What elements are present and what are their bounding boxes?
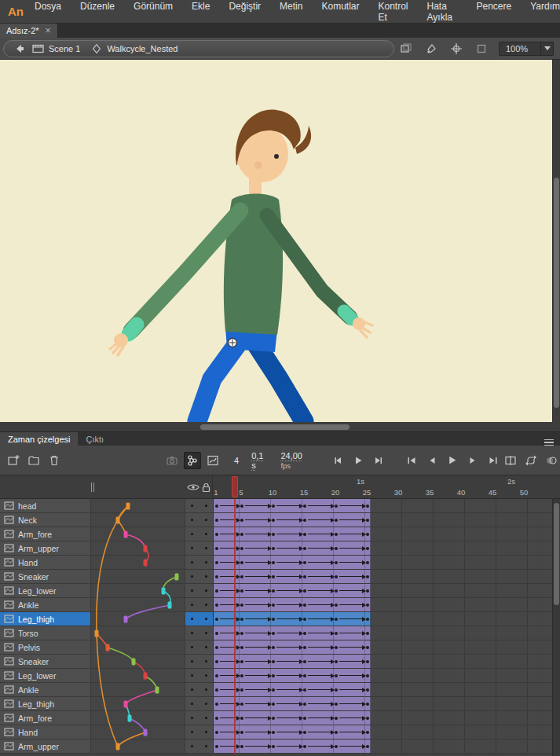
onion-skin-button[interactable] (543, 452, 560, 469)
keyframe-dot[interactable] (272, 618, 275, 621)
keyframe-dot[interactable] (335, 533, 338, 536)
keyframe-dot[interactable] (272, 660, 275, 663)
visibility-dot[interactable] (185, 556, 199, 569)
keyframe-dot[interactable] (215, 717, 218, 720)
graph-editor-button[interactable] (204, 452, 221, 469)
layer-name-cell[interactable]: Arm_upper (0, 541, 90, 556)
step-back-button[interactable] (329, 452, 346, 469)
keyframe-dot[interactable] (366, 547, 369, 550)
keyframe-dot[interactable] (272, 731, 275, 734)
visibility-dot[interactable] (185, 640, 199, 654)
keyframe-dot[interactable] (215, 575, 218, 578)
keyframe-dot[interactable] (215, 618, 218, 621)
visibility-dot[interactable] (185, 725, 199, 739)
keyframe-dot[interactable] (335, 731, 338, 734)
keyframe-dot[interactable] (215, 688, 218, 692)
keyframe-dot[interactable] (272, 561, 275, 564)
menu-pencere[interactable]: Pencere (477, 1, 512, 23)
keyframe-dot[interactable] (366, 688, 369, 692)
visibility-column-icon[interactable] (187, 483, 199, 492)
keyframe-dot[interactable] (366, 575, 369, 578)
keyframe-dot[interactable] (335, 519, 338, 522)
menu-yard-m[interactable]: Yardım (530, 1, 560, 23)
layer-name-cell[interactable]: Neck (0, 513, 90, 527)
menu-komutlar[interactable]: Komutlar (321, 1, 359, 23)
keyframe-dot[interactable] (366, 717, 369, 720)
visibility-dot[interactable] (185, 612, 199, 626)
keyframe-dot[interactable] (215, 519, 218, 522)
keyframe-dot[interactable] (303, 604, 306, 607)
frames-cell[interactable] (213, 598, 560, 612)
keyframe-dot[interactable] (272, 674, 275, 677)
frames-cell[interactable] (213, 725, 560, 739)
document-tab[interactable]: Adsız-2* × (0, 24, 58, 38)
keyframe-dot[interactable] (272, 646, 275, 649)
menu-d-zenle[interactable]: Düzenle (80, 1, 115, 23)
frames-cell[interactable] (213, 626, 560, 640)
layer-name-cell[interactable]: Sneaker (0, 570, 90, 584)
frames-cell[interactable] (213, 739, 560, 754)
keyframe-dot[interactable] (240, 575, 243, 578)
menu-dosya[interactable]: Dosya (35, 1, 61, 23)
frames-cell[interactable] (213, 499, 560, 513)
timeline-scrollbar[interactable] (552, 499, 560, 756)
lock-dot[interactable] (199, 640, 214, 654)
keyframe-dot[interactable] (240, 632, 243, 635)
keyframe-dot[interactable] (240, 533, 243, 536)
zoom-select[interactable]: 100% (499, 42, 554, 56)
frames-cell[interactable] (213, 612, 560, 626)
keyframe-dot[interactable] (303, 547, 306, 550)
keyframe-dot[interactable] (335, 688, 338, 692)
panel-menu-icon[interactable] (544, 439, 554, 446)
lock-dot[interactable] (199, 513, 214, 527)
layer-name-cell[interactable]: Torso (0, 626, 90, 640)
frames-cell[interactable] (213, 711, 560, 725)
keyframe-dot[interactable] (366, 731, 369, 734)
keyframe-dot[interactable] (215, 547, 218, 550)
keyframe-dot[interactable] (366, 674, 369, 677)
layer-name-cell[interactable]: Ankle (0, 598, 90, 612)
frames-cell[interactable] (213, 655, 560, 669)
keyframe-dot[interactable] (303, 703, 306, 706)
keyframe-dot[interactable] (303, 646, 306, 649)
layer-name-cell[interactable]: Leg_thigh (0, 697, 90, 711)
lock-dot[interactable] (199, 541, 214, 555)
visibility-dot[interactable] (185, 669, 199, 682)
keyframe-dot[interactable] (215, 660, 218, 663)
keyframe-dot[interactable] (240, 674, 243, 677)
keyframe-dot[interactable] (240, 618, 243, 621)
keyframe-dot[interactable] (240, 745, 243, 748)
keyframe-dot[interactable] (335, 745, 338, 748)
lock-dot[interactable] (199, 598, 214, 611)
keyframe-dot[interactable] (303, 533, 306, 536)
keyframe-dot[interactable] (240, 519, 243, 522)
frames-cell[interactable] (213, 584, 560, 598)
new-layer-button[interactable] (5, 452, 22, 469)
keyframe-dot[interactable] (303, 688, 306, 692)
keyframe-dot[interactable] (335, 660, 338, 663)
keyframe-dot[interactable] (240, 703, 243, 706)
frames-cell[interactable] (213, 640, 560, 655)
lock-dot[interactable] (199, 697, 214, 710)
lock-dot[interactable] (199, 556, 214, 569)
keyframe-dot[interactable] (303, 660, 306, 663)
playhead-marker[interactable] (232, 476, 238, 497)
tween-span[interactable] (214, 612, 371, 626)
keyframe-dot[interactable] (335, 505, 338, 508)
keyframe-dot[interactable] (366, 533, 369, 536)
play-large-button[interactable] (444, 452, 461, 469)
keyframe-dot[interactable] (335, 575, 338, 578)
keyframe-dot[interactable] (240, 561, 243, 564)
keyframe-dot[interactable] (335, 547, 338, 550)
lock-dot[interactable] (199, 499, 214, 512)
tween-span[interactable] (214, 570, 371, 583)
stage-canvas[interactable] (0, 60, 552, 422)
keyframe-dot[interactable] (366, 604, 369, 607)
tween-span[interactable] (214, 655, 371, 668)
keyframe-dot[interactable] (240, 717, 243, 720)
keyframe-dot[interactable] (303, 618, 306, 621)
menu-metin[interactable]: Metin (280, 1, 302, 23)
lock-dot[interactable] (199, 683, 214, 696)
tween-span[interactable] (214, 725, 371, 739)
lock-dot[interactable] (199, 527, 214, 541)
